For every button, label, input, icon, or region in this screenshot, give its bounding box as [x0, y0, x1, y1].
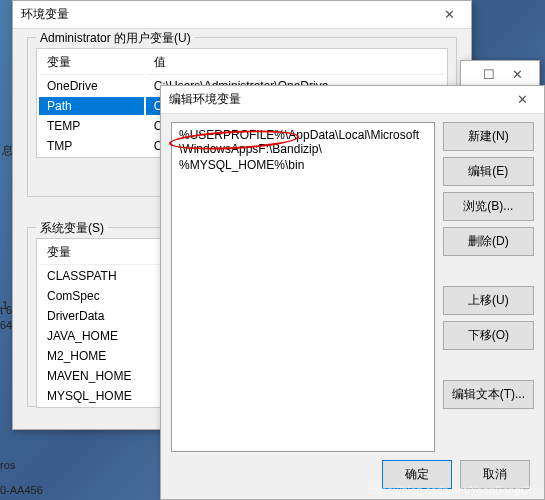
path-listbox[interactable]: %USERPROFILE%\AppData\Local\Microsoft\Wi…: [171, 122, 435, 452]
edit-button[interactable]: 编辑(E): [443, 157, 534, 186]
sys-vars-label: 系统变量(S): [36, 220, 108, 237]
col-var: 变量: [39, 51, 144, 75]
button-column: 新建(N) 编辑(E) 浏览(B)... 删除(D) 上移(U) 下移(O) 编…: [435, 114, 544, 452]
bg-frag: 0-AA456: [0, 480, 43, 500]
watermark: https://blog.csdn.net/YoonBongChi: [369, 484, 537, 496]
browse-button[interactable]: 浏览(B)...: [443, 192, 534, 221]
close-icon[interactable]: ✕: [503, 67, 531, 82]
bg-frag: ros: [0, 455, 15, 475]
window-title: 编辑环境变量: [169, 91, 508, 108]
moveup-button[interactable]: 上移(U): [443, 286, 534, 315]
movedown-button[interactable]: 下移(O): [443, 321, 534, 350]
new-button[interactable]: 新建(N): [443, 122, 534, 151]
user-vars-label: Administrator 的用户变量(U): [36, 30, 195, 47]
maximize-icon[interactable]: ☐: [475, 67, 503, 82]
bg-frag: 64: [0, 315, 12, 335]
close-icon[interactable]: ✕: [435, 7, 463, 22]
titlebar: 编辑环境变量 ✕: [161, 86, 544, 114]
col-val: 值: [146, 51, 445, 75]
list-item[interactable]: %MYSQL_HOME%\bin: [176, 157, 430, 173]
close-icon[interactable]: ✕: [508, 92, 536, 107]
delete-button[interactable]: 删除(D): [443, 227, 534, 256]
window-title: 环境变量: [21, 6, 435, 23]
list-item[interactable]: %USERPROFILE%\AppData\Local\Microsoft\Wi…: [176, 127, 430, 157]
edittext-button[interactable]: 编辑文本(T)...: [443, 380, 534, 409]
titlebar: 环境变量 ✕: [13, 1, 471, 29]
edit-env-window: 编辑环境变量 ✕ %USERPROFILE%\AppData\Local\Mic…: [160, 85, 545, 500]
